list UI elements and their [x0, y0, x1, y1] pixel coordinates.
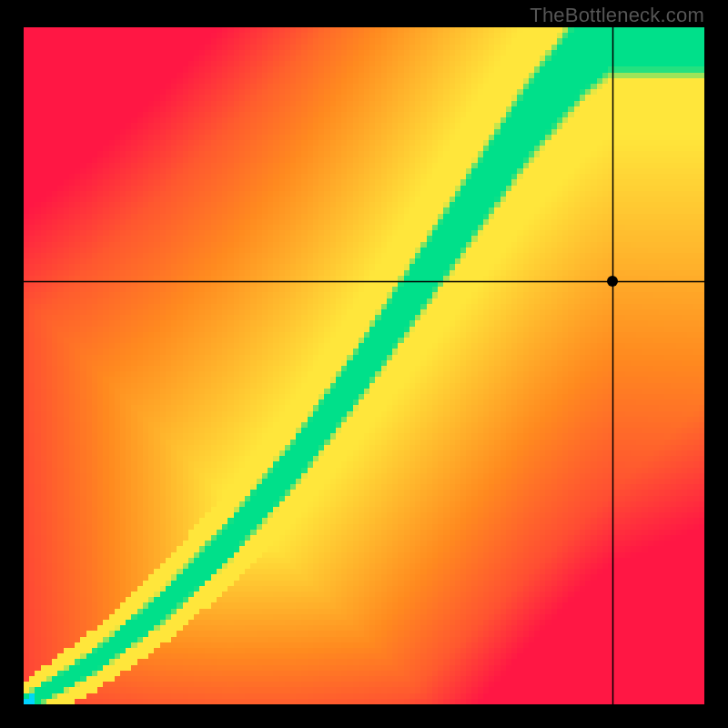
- watermark-text: TheBottleneck.com: [530, 4, 704, 27]
- chart-frame: TheBottleneck.com: [0, 0, 728, 728]
- bottleneck-heatmap: [24, 27, 704, 704]
